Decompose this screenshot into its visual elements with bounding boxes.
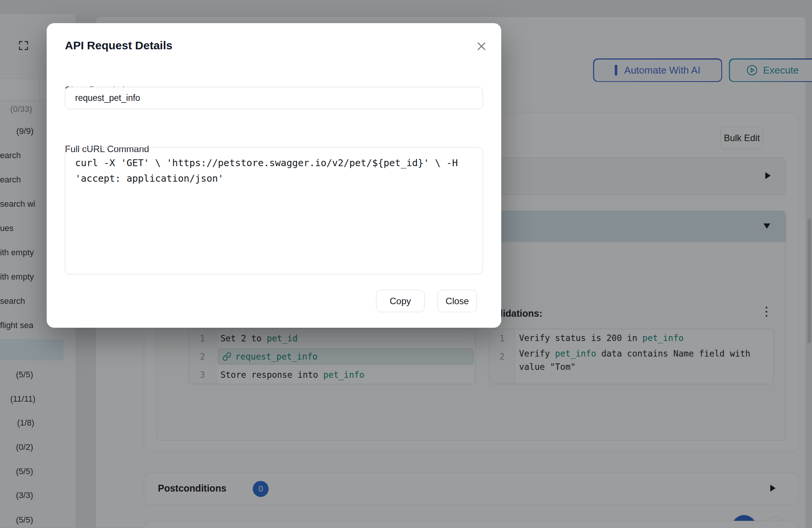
copy-button[interactable]: Copy <box>376 290 425 312</box>
app-root: (0/33)(9/9)earchearchsearch wiuesith emp… <box>0 0 812 528</box>
curl-command-textarea[interactable]: curl -X 'GET' \ 'https://petstore.swagge… <box>65 147 483 274</box>
api-request-details-modal: API Request Details Short Description Fu… <box>47 23 501 328</box>
modal-title: API Request Details <box>65 39 172 52</box>
close-icon[interactable] <box>472 38 491 56</box>
close-button[interactable]: Close <box>437 290 477 312</box>
short-description-input[interactable] <box>65 87 483 109</box>
